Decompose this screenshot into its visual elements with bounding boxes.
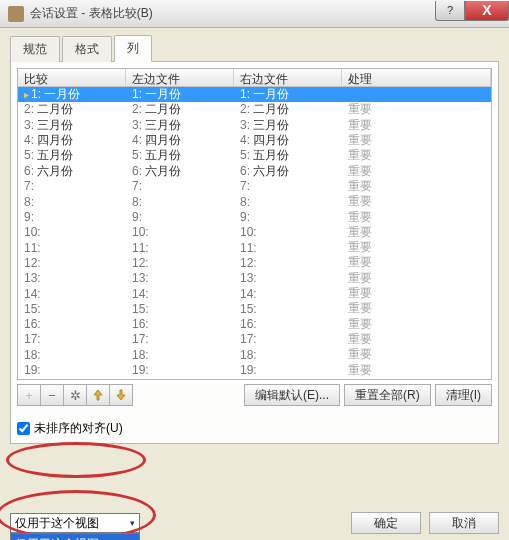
chevron-down-icon: ▾ xyxy=(130,518,135,528)
title-bar: 会话设置 - 表格比较(B) ? X xyxy=(0,0,509,28)
unsorted-align-row: 未排序的对齐(U) xyxy=(17,420,492,437)
table-row[interactable]: 18: 18: 18: 重要 xyxy=(18,347,491,362)
dialog-footer: 仅用于这个视图 ▾ 仅用于这个视图 还要更新会话默认 确定 取消 xyxy=(10,512,499,534)
cancel-button[interactable]: 取消 xyxy=(429,512,499,534)
table-row[interactable]: 13: 13: 13: 重要 xyxy=(18,271,491,286)
table-header: 比较 左边文件 右边文件 处理 xyxy=(18,69,491,87)
gear-button[interactable]: ✲ xyxy=(63,384,87,406)
arrow-up-icon xyxy=(93,389,103,401)
tab-strip: 规范 格式 列 xyxy=(10,34,499,62)
table-row[interactable]: 8: 8: 8: 重要 xyxy=(18,194,491,209)
table-row[interactable]: 10: 10: 10: 重要 xyxy=(18,225,491,240)
table-row[interactable]: 7: 7: 7: 重要 xyxy=(18,179,491,194)
table-row[interactable]: 2: 二月份2: 二月份2: 二月份重要 xyxy=(18,102,491,117)
table-row[interactable]: 17: 17: 17: 重要 xyxy=(18,332,491,347)
app-icon xyxy=(8,6,24,22)
table-row[interactable]: 1: 一月份1: 一月份1: 一月份 xyxy=(18,87,491,102)
move-down-button[interactable] xyxy=(109,384,133,406)
help-button[interactable]: ? xyxy=(435,1,465,21)
gear-icon: ✲ xyxy=(70,388,81,403)
table-toolbar: + − ✲ 编辑默认(E)... 重置全部(R) 清理(I) xyxy=(17,384,492,406)
tab-page-columns: 比较 左边文件 右边文件 处理 1: 一月份1: 一月份1: 一月份2: 二月份… xyxy=(10,62,499,444)
remove-button[interactable]: − xyxy=(40,384,64,406)
table-row[interactable]: 16: 16: 16: 重要 xyxy=(18,316,491,331)
table-row[interactable]: 4: 四月份4: 四月份4: 四月份重要 xyxy=(18,133,491,148)
apply-scope-option-this-view[interactable]: 仅用于这个视图 xyxy=(11,534,139,540)
table-row[interactable]: 6: 六月份6: 六月份6: 六月份重要 xyxy=(18,163,491,178)
table-row[interactable]: 19: 19: 19: 重要 xyxy=(18,362,491,377)
table-row[interactable]: 12: 12: 12: 重要 xyxy=(18,255,491,270)
col-left-header[interactable]: 左边文件 xyxy=(126,69,234,86)
table-row[interactable]: 9: 9: 9: 重要 xyxy=(18,209,491,224)
tab-format[interactable]: 格式 xyxy=(62,36,112,62)
arrow-down-icon xyxy=(116,389,126,401)
table-row[interactable]: 11: 11: 11: 重要 xyxy=(18,240,491,255)
clear-button[interactable]: 清理(I) xyxy=(435,384,492,406)
move-up-button[interactable] xyxy=(86,384,110,406)
table-body[interactable]: 1: 一月份1: 一月份1: 一月份2: 二月份2: 二月份2: 二月份重要3:… xyxy=(18,87,491,380)
reset-all-button[interactable]: 重置全部(R) xyxy=(344,384,431,406)
col-compare-header[interactable]: 比较 xyxy=(18,69,126,86)
apply-scope-dropdown[interactable]: 仅用于这个视图 ▾ 仅用于这个视图 还要更新会话默认 xyxy=(10,513,140,533)
tab-spec[interactable]: 规范 xyxy=(10,36,60,62)
close-button[interactable]: X xyxy=(465,1,509,21)
col-handle-header[interactable]: 处理 xyxy=(342,69,491,86)
window-title: 会话设置 - 表格比较(B) xyxy=(30,5,153,22)
table-row[interactable]: 5: 五月份5: 五月份5: 五月份重要 xyxy=(18,148,491,163)
apply-scope-selected: 仅用于这个视图 xyxy=(15,515,99,532)
unsorted-align-label[interactable]: 未排序的对齐(U) xyxy=(34,420,123,437)
col-right-header[interactable]: 右边文件 xyxy=(234,69,342,86)
ok-button[interactable]: 确定 xyxy=(351,512,421,534)
edit-default-button[interactable]: 编辑默认(E)... xyxy=(244,384,340,406)
columns-table: 比较 左边文件 右边文件 处理 1: 一月份1: 一月份1: 一月份2: 二月份… xyxy=(17,68,492,380)
add-button[interactable]: + xyxy=(17,384,41,406)
tab-columns[interactable]: 列 xyxy=(114,35,152,62)
table-row[interactable]: 15: 15: 15: 重要 xyxy=(18,301,491,316)
unsorted-align-checkbox[interactable] xyxy=(17,422,30,435)
apply-scope-popup: 仅用于这个视图 还要更新会话默认 xyxy=(10,533,140,540)
table-row[interactable]: 3: 三月份3: 三月份3: 三月份重要 xyxy=(18,118,491,133)
table-row[interactable]: 14: 14: 14: 重要 xyxy=(18,286,491,301)
